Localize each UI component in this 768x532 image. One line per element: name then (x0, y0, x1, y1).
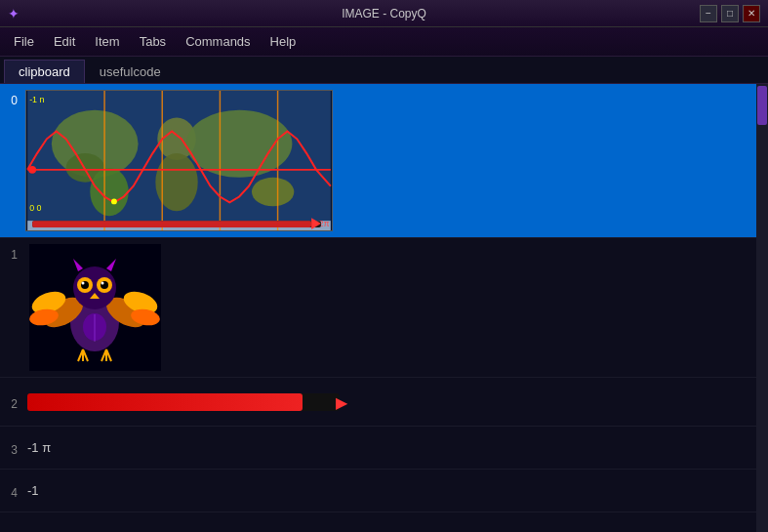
list-item[interactable]: 0 (0, 84, 756, 238)
menu-help[interactable]: Help (261, 30, 306, 53)
svg-point-7 (252, 178, 294, 207)
item-text-value: -1 (23, 479, 43, 502)
row-number: 1 (0, 238, 20, 266)
title-bar-title: IMAGE - CopyQ (342, 7, 426, 20)
row-number: 0 (0, 84, 20, 111)
world-map-image: -1 n 0 0 1 2π (25, 90, 333, 231)
svg-point-38 (101, 282, 104, 285)
item-3-content: -1 π (20, 436, 756, 459)
row-number: 4 (0, 478, 20, 504)
menu-commands[interactable]: Commands (176, 30, 260, 53)
title-bar-left: ✦ (8, 6, 20, 21)
row-number: 2 (0, 389, 20, 415)
menu-bar: File Edit Item Tabs Commands Help (0, 27, 768, 57)
title-bar-controls: − □ ✕ (700, 5, 760, 22)
item-text-value: -1 π (23, 436, 55, 459)
tab-clipboard[interactable]: clipboard (4, 60, 85, 83)
menu-tabs[interactable]: Tabs (130, 30, 176, 53)
menu-file[interactable]: File (4, 30, 44, 53)
svg-point-15 (111, 198, 117, 204)
item-1-content (20, 238, 756, 377)
scrollbar-thumb[interactable] (757, 86, 767, 125)
menu-edit[interactable]: Edit (44, 30, 85, 53)
item-4-content: -1 (20, 479, 756, 502)
svg-rect-20 (32, 221, 311, 227)
list-item[interactable]: 1 (0, 238, 756, 378)
main-content: 0 (0, 84, 768, 532)
svg-point-6 (186, 110, 292, 178)
maximize-button[interactable]: □ (721, 5, 739, 22)
item-0-content: -1 n 0 0 1 2π (20, 84, 756, 237)
row-number: 3 (0, 435, 20, 461)
title-bar: ✦ IMAGE - CopyQ − □ ✕ (0, 0, 768, 27)
app-icon: ✦ (8, 6, 20, 21)
scrollbar[interactable] (756, 84, 768, 532)
svg-text:0 0: 0 0 (29, 203, 41, 213)
svg-text:-1 n: -1 n (29, 95, 44, 104)
tab-usefulcode[interactable]: usefulcode (85, 60, 176, 83)
item-2-content: ▶ (20, 386, 756, 419)
close-button[interactable]: ✕ (743, 5, 760, 22)
minimize-button[interactable]: − (700, 5, 717, 22)
owl-image (29, 244, 161, 371)
svg-point-3 (90, 168, 128, 216)
list-item[interactable]: 3 -1 π (0, 427, 756, 470)
svg-point-37 (82, 282, 85, 285)
content-list[interactable]: 0 (0, 84, 756, 532)
list-item[interactable]: 4 -1 (0, 470, 756, 512)
menu-item[interactable]: Item (85, 30, 129, 53)
list-item[interactable]: 2 ▶ (0, 378, 756, 427)
svg-point-14 (28, 166, 36, 174)
tab-bar: clipboard usefulcode (0, 57, 768, 84)
